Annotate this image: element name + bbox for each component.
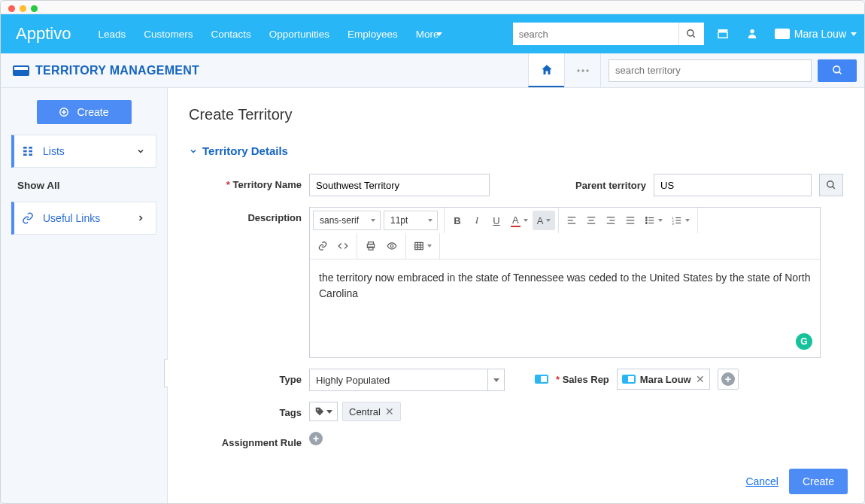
user-menu[interactable]: Mara Louw [775,28,857,40]
module-search-button[interactable] [818,59,857,82]
nav-employees[interactable]: Employees [348,29,398,40]
svg-rect-2 [718,32,727,38]
search-button[interactable] [678,23,704,45]
text-color-button[interactable]: A [506,211,533,230]
caret-down-icon [851,32,857,36]
align-justify-button[interactable] [621,211,640,230]
store-icon[interactable] [716,27,730,41]
svg-rect-14 [23,150,27,153]
section-header[interactable]: Territory Details [189,144,843,157]
add-sales-rep-button[interactable]: + [718,369,739,390]
create-submit-button[interactable]: Create [789,469,848,494]
svg-rect-16 [23,153,27,156]
chevron-right-icon [136,214,145,223]
nav-contacts[interactable]: Contacts [211,29,250,40]
svg-point-5 [581,69,584,71]
more-options-tab[interactable] [564,53,600,87]
sidebar-item-label: Lists [43,145,65,157]
align-left-button[interactable] [562,211,581,230]
sales-rep-chip[interactable]: Mara Louw ✕ [617,369,710,390]
svg-text:3: 3 [672,222,675,226]
territory-icon [13,65,29,76]
add-assignment-rule-button[interactable]: + [309,432,323,445]
svg-rect-48 [415,242,423,249]
link-icon [22,212,34,224]
tag-picker-button[interactable] [309,402,338,421]
card-icon [622,375,636,384]
create-button[interactable]: Create [37,100,132,124]
remove-sales-rep-button[interactable]: ✕ [696,373,705,385]
user-name: Mara Louw [794,28,846,40]
table-button[interactable] [409,236,436,256]
chevron-down-icon [136,147,145,156]
nav-opportunities[interactable]: Opportunities [269,29,329,40]
assignment-rule-label: Assignment Rule [189,432,302,448]
chevron-down-icon [189,147,198,156]
grid-icon [22,145,34,157]
svg-point-7 [833,66,839,73]
svg-line-1 [693,35,695,38]
global-search [513,23,704,45]
nav-customers[interactable]: Customers [144,29,193,40]
svg-rect-17 [29,153,32,156]
tag-chip[interactable]: Central ✕ [342,402,401,421]
italic-button[interactable]: I [467,211,487,230]
description-textarea[interactable]: the territory now embraced in the state … [310,260,820,357]
card-icon [535,375,548,384]
parent-territory-input[interactable] [654,174,812,196]
top-nav: Apptivo Leads Customers Contacts Opportu… [1,14,864,53]
nav-leads[interactable]: Leads [98,29,126,40]
link-button[interactable] [313,236,332,256]
svg-rect-13 [29,147,32,149]
ordered-list-button[interactable]: 123 [667,211,694,230]
type-label: Type [189,369,302,385]
description-label: Description [189,207,302,223]
module-search-input[interactable] [609,59,812,82]
sidebar: Create Lists Show All Useful Links ‹ [1,88,168,503]
align-right-button[interactable] [601,211,621,230]
territory-name-input[interactable] [309,174,490,196]
minimize-dot[interactable] [20,5,26,12]
page-title: Create Territory [189,106,843,123]
type-select[interactable]: Highly Populated [309,369,505,391]
territory-name-label: Territory Name [189,174,302,190]
font-size-select[interactable]: 11pt [384,211,438,230]
svg-point-18 [827,181,833,187]
font-family-select[interactable]: sans-serif [313,211,381,230]
remove-tag-button[interactable]: ✕ [385,405,394,417]
maximize-dot[interactable] [31,5,38,12]
underline-button[interactable]: U [487,211,506,230]
search-input[interactable] [513,23,678,45]
caret-down-icon [487,369,504,390]
main-content: Create Territory Territory Details Terri… [168,88,864,503]
svg-point-47 [390,244,393,247]
parent-territory-lookup-button[interactable] [819,174,843,196]
svg-point-0 [687,30,694,36]
cancel-link[interactable]: Cancel [745,475,778,487]
highlight-color-button[interactable]: A [533,211,556,230]
parent-territory-label: Parent territory [575,180,646,191]
code-view-button[interactable] [332,236,354,256]
svg-point-32 [646,217,648,219]
svg-rect-15 [29,150,32,153]
grammarly-icon[interactable]: G [796,333,812,350]
unordered-list-button[interactable] [640,211,667,230]
bold-button[interactable]: B [448,211,467,230]
brand-logo[interactable]: Apptivo [4,24,83,44]
sidebar-item-useful-links[interactable]: Useful Links [11,202,156,235]
align-center-button[interactable] [581,211,601,230]
sales-rep-label: Sales Rep [556,374,609,385]
svg-point-33 [646,220,648,221]
home-tab[interactable] [528,53,564,87]
svg-point-3 [750,29,754,33]
preview-button[interactable] [381,236,402,256]
print-button[interactable] [360,236,381,256]
close-dot[interactable] [8,5,15,12]
show-all-link[interactable]: Show All [11,169,156,202]
profile-icon[interactable] [746,27,758,41]
nav-more[interactable]: More [416,29,442,40]
sidebar-item-lists[interactable]: Lists [11,135,156,168]
tag-icon [314,406,325,417]
svg-point-53 [317,409,319,411]
module-title: TERRITORY MANAGEMENT [1,64,199,77]
